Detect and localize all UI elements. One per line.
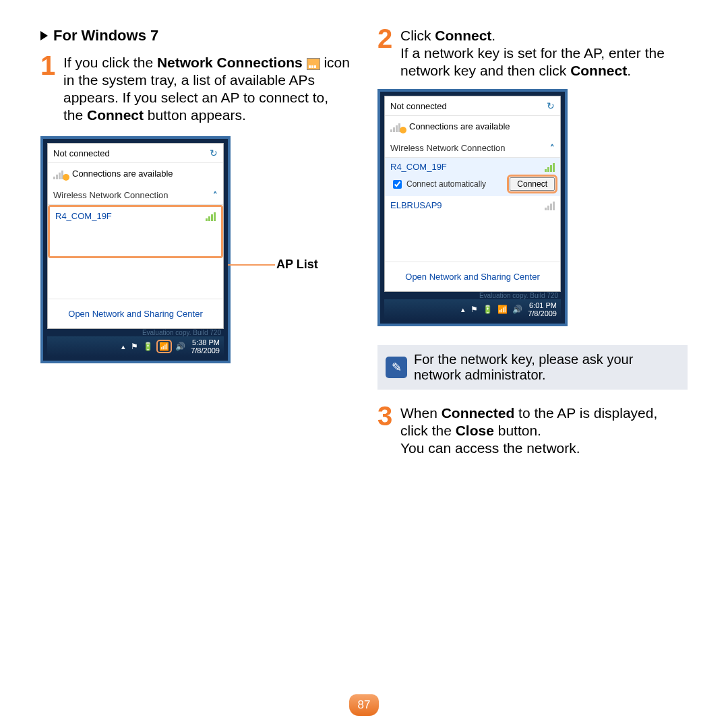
page-number-badge: 87 <box>349 694 379 716</box>
wnc-header: Wireless Network Connection <box>390 143 506 153</box>
taskbar: ▴ ⚑ 🔋 📶 🔊 6:01 PM 7/8/2009 <box>384 299 561 320</box>
ap-list-highlight: R4_COM_19F <box>48 205 223 258</box>
ap-row-selected[interactable]: R4_COM_19F <box>385 158 560 176</box>
section-heading: For Windows 7 <box>40 27 351 44</box>
step-1: 1 If you click the Network Connections i… <box>40 54 351 124</box>
callout-line <box>228 264 275 266</box>
wnc-header: Wireless Network Connection <box>53 190 169 200</box>
chevron-up-icon[interactable]: ˄ <box>213 190 218 200</box>
chevron-up-icon[interactable]: ˄ <box>550 143 555 153</box>
ap-name: R4_COM_19F <box>55 211 112 221</box>
network-flyout-screenshot: Not connected ↻ Connections are availabl… <box>40 136 231 363</box>
connections-available: Connections are available <box>409 121 510 131</box>
flag-icon[interactable]: ⚑ <box>471 305 478 314</box>
step-text: When Connected to the AP is displayed, c… <box>400 404 688 457</box>
signal-available-icon <box>53 167 68 179</box>
open-network-center-link[interactable]: Open Network and Sharing Center <box>385 262 560 291</box>
taskbar: ▴ ⚑ 🔋 📶 🔊 5:38 PM 7/8/2009 <box>47 336 224 357</box>
refresh-icon[interactable]: ↻ <box>547 100 555 111</box>
signal-icon <box>545 201 555 210</box>
signal-icon <box>206 212 216 221</box>
heading-text: For Windows 7 <box>53 27 158 44</box>
connect-button[interactable]: Connect <box>510 177 555 191</box>
signal-available-icon <box>390 120 405 132</box>
note-box: ✎ For the network key, please ask your n… <box>377 345 688 390</box>
volume-icon[interactable]: 🔊 <box>175 342 185 351</box>
status-text: Not connected <box>53 148 110 158</box>
step-3: 3 When Connected to the AP is displayed,… <box>377 404 688 457</box>
volume-icon[interactable]: 🔊 <box>512 305 522 314</box>
status-text: Not connected <box>390 101 447 111</box>
step-2: 2 Click Connect. If a network key is set… <box>377 27 688 80</box>
network-tray-icon[interactable]: 📶 <box>158 341 171 352</box>
step-text: If you click the Network Connections ico… <box>63 54 351 124</box>
open-network-center-link[interactable]: Open Network and Sharing Center <box>48 299 223 328</box>
flag-icon[interactable]: ⚑ <box>131 342 138 351</box>
network-connections-icon <box>307 58 320 70</box>
ap-name: ELBRUSAP9 <box>390 200 442 210</box>
step-number: 3 <box>377 404 395 427</box>
step-text: Click Connect. If a network key is set f… <box>400 27 688 80</box>
tray-chevron-icon[interactable]: ▴ <box>461 305 465 314</box>
step-number: 2 <box>377 27 395 50</box>
connections-available: Connections are available <box>72 169 173 179</box>
network-flyout-screenshot-2: Not connected ↻ Connections are availabl… <box>377 89 568 326</box>
evaluation-text: Evaluation copy. Build 720 <box>384 292 561 299</box>
taskbar-clock[interactable]: 6:01 PM 7/8/2009 <box>528 301 557 317</box>
auto-checkbox[interactable] <box>393 180 402 189</box>
power-icon[interactable]: 🔋 <box>143 342 153 351</box>
ap-row[interactable]: R4_COM_19F <box>50 207 221 225</box>
evaluation-text: Evaluation copy. Build 720 <box>47 329 224 336</box>
tray-chevron-icon[interactable]: ▴ <box>121 342 125 351</box>
ap-row[interactable]: ELBRUSAP9 <box>385 196 560 214</box>
network-tray-icon[interactable]: 📶 <box>497 305 508 314</box>
ap-name: R4_COM_19F <box>390 162 447 172</box>
power-icon[interactable]: 🔋 <box>483 305 493 314</box>
refresh-icon[interactable]: ↻ <box>210 148 218 158</box>
step-number: 1 <box>40 54 58 77</box>
signal-icon <box>545 162 555 172</box>
triangle-icon <box>40 31 48 40</box>
taskbar-clock[interactable]: 5:38 PM 7/8/2009 <box>191 338 220 355</box>
connect-automatically-checkbox[interactable]: Connect automatically <box>390 178 486 191</box>
pencil-icon: ✎ <box>386 357 407 378</box>
callout-label: AP List <box>276 257 318 272</box>
note-text: For the network key, please ask your net… <box>414 352 679 383</box>
